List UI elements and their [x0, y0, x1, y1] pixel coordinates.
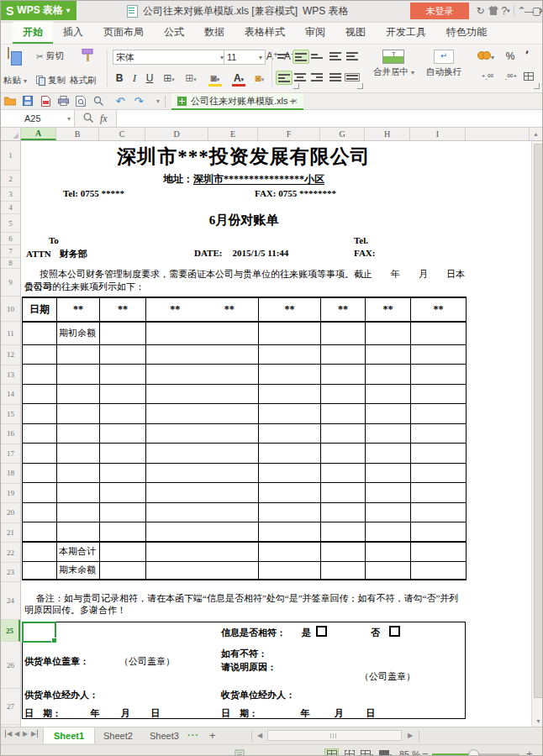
- align-middle-button[interactable]: [293, 50, 309, 64]
- table-cell[interactable]: [146, 502, 259, 522]
- wps-menu-button[interactable]: S WPS 表格 ▾: [1, 1, 76, 20]
- table-cell[interactable]: [259, 423, 321, 444]
- table-cell[interactable]: [321, 542, 366, 561]
- select-all-corner[interactable]: [1, 128, 21, 140]
- table-cell[interactable]: [57, 344, 100, 365]
- table-cell[interactable]: [100, 483, 146, 503]
- to-label[interactable]: To: [49, 235, 59, 245]
- column-header-I[interactable]: I: [410, 128, 466, 140]
- row-header-15[interactable]: 15: [1, 405, 20, 425]
- mismatch-line1[interactable]: 如有不符：: [221, 648, 267, 660]
- table-cell[interactable]: [146, 365, 259, 385]
- row-header-18[interactable]: 18: [1, 464, 20, 484]
- table-cell[interactable]: [259, 561, 321, 580]
- table-cell[interactable]: **: [321, 297, 366, 322]
- name-box[interactable]: A25 ▾: [1, 110, 75, 127]
- increase-decimal-button[interactable]: ⁺.⁰⁰: [477, 73, 498, 81]
- comma-style-button[interactable]: ٬: [520, 49, 534, 62]
- bold-button[interactable]: B: [113, 72, 126, 84]
- table-cell[interactable]: [100, 384, 146, 404]
- decrease-decimal-button[interactable]: .⁰⁰⁺: [500, 73, 522, 81]
- table-cell[interactable]: **: [259, 297, 321, 322]
- table-cell[interactable]: ****: [146, 297, 259, 322]
- row-header-21[interactable]: 21: [1, 523, 20, 543]
- hscroll-right-button[interactable]: ▶: [408, 732, 413, 739]
- scroll-down-button[interactable]: ▼: [532, 716, 543, 727]
- receiver-agent-label[interactable]: 收货单位经办人：: [221, 689, 295, 701]
- table-cell[interactable]: [23, 542, 57, 561]
- table-cell[interactable]: [411, 483, 467, 503]
- export-pdf-icon[interactable]: [38, 94, 53, 108]
- draw-border-button[interactable]: ⊞▾: [184, 72, 198, 84]
- table-cell[interactable]: [366, 483, 411, 503]
- italic-button[interactable]: I: [128, 72, 141, 85]
- table-cell[interactable]: [411, 502, 467, 522]
- table-cell[interactable]: [321, 404, 366, 424]
- table-cell[interactable]: [23, 522, 57, 543]
- table-cell[interactable]: [23, 322, 57, 344]
- table-cell[interactable]: [321, 502, 366, 522]
- no-label[interactable]: 否: [371, 627, 380, 639]
- row-header-6[interactable]: 6: [1, 233, 20, 245]
- table-cell[interactable]: [411, 322, 467, 344]
- table-cell[interactable]: [321, 463, 366, 483]
- table-cell[interactable]: [259, 344, 321, 365]
- table-cell[interactable]: [100, 365, 146, 385]
- table-cell[interactable]: [259, 483, 321, 503]
- match-question-label[interactable]: 信息是否相符：: [221, 627, 286, 639]
- table-cell[interactable]: [259, 384, 321, 404]
- table-cell[interactable]: 期末余额: [57, 561, 100, 580]
- print-preview-icon[interactable]: [73, 94, 88, 108]
- table-cell[interactable]: [259, 365, 321, 385]
- table-cell[interactable]: [23, 404, 57, 424]
- table-cell[interactable]: [366, 561, 411, 580]
- table-cell[interactable]: [366, 322, 411, 344]
- date-row-right[interactable]: 日 期： 年 月 日: [221, 707, 375, 720]
- table-cell[interactable]: [411, 384, 467, 404]
- more-sheets-button[interactable]: ···: [187, 730, 199, 740]
- table-cell[interactable]: [100, 463, 146, 483]
- table-cell[interactable]: [23, 561, 57, 580]
- row-header-10[interactable]: 10: [1, 297, 20, 322]
- table-cell[interactable]: [321, 344, 366, 365]
- table-cell[interactable]: [146, 522, 259, 543]
- paste-icon[interactable]: [8, 48, 9, 58]
- zoom-slider-thumb[interactable]: [468, 749, 479, 756]
- table-cell[interactable]: [100, 542, 146, 561]
- table-cell[interactable]: [146, 322, 259, 344]
- underline-button[interactable]: U: [143, 72, 156, 84]
- ribbon-tab-1[interactable]: 开始: [13, 22, 53, 44]
- table-cell[interactable]: **: [100, 297, 146, 322]
- last-sheet-button[interactable]: ▶: [31, 730, 38, 738]
- table-cell[interactable]: [57, 423, 100, 444]
- align-bottom-button[interactable]: [309, 50, 324, 62]
- table-cell[interactable]: [100, 561, 146, 580]
- table-cell[interactable]: [411, 423, 467, 444]
- statement-title[interactable]: 6月份对账单: [21, 213, 467, 228]
- prev-sheet-button[interactable]: ◀: [14, 730, 19, 738]
- attn-line[interactable]: ATTN财务部: [26, 248, 87, 260]
- zoom-level-label[interactable]: 85 %: [399, 749, 420, 756]
- row-header-17[interactable]: 17: [1, 444, 20, 465]
- view-page-break-icon[interactable]: [342, 748, 356, 756]
- table-cell[interactable]: [146, 444, 259, 464]
- table-cell[interactable]: [23, 365, 57, 385]
- table-cell[interactable]: [146, 344, 259, 365]
- hscroll-left-button[interactable]: ◀: [257, 732, 262, 739]
- row-header-27[interactable]: 27: [1, 689, 20, 725]
- table-cell[interactable]: [23, 502, 57, 522]
- table-cell[interactable]: [366, 444, 411, 464]
- table-cell[interactable]: [57, 384, 100, 404]
- table-cell[interactable]: [366, 404, 411, 424]
- table-cell[interactable]: [100, 502, 146, 522]
- cut-button[interactable]: ✂剪切: [36, 50, 64, 62]
- ribbon-tab-9[interactable]: 开发工具: [376, 22, 436, 44]
- yes-label[interactable]: 是: [302, 627, 311, 639]
- table-cell[interactable]: [23, 463, 57, 483]
- document-tab[interactable]: 公司往来对账单模版.xls ×: [171, 93, 303, 110]
- align-top-button[interactable]: [276, 50, 291, 62]
- table-cell[interactable]: [57, 463, 100, 483]
- search-icon[interactable]: [83, 111, 93, 126]
- column-header-H[interactable]: H: [365, 128, 410, 140]
- table-cell[interactable]: [259, 463, 321, 483]
